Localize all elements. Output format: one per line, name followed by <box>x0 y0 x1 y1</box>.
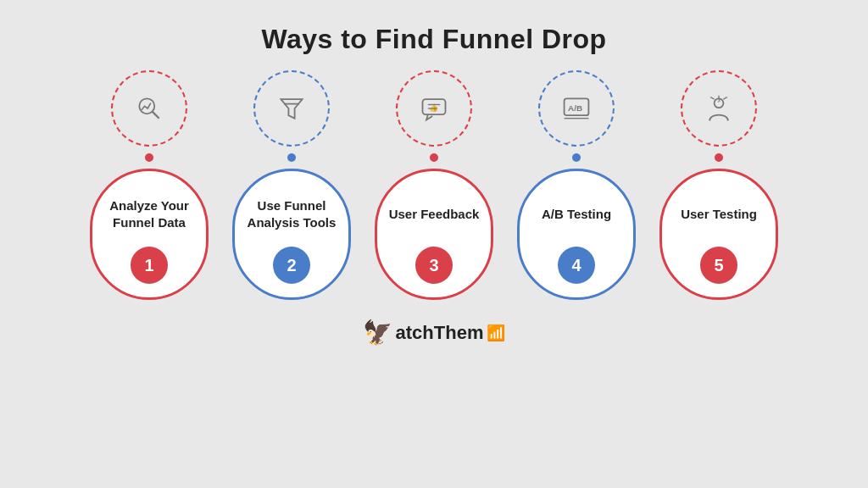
svg-text:👍: 👍 <box>429 103 439 113</box>
icon-inner-1 <box>120 80 178 137</box>
brand-icon: 🦅 <box>363 319 392 347</box>
svg-text:A/B: A/B <box>568 103 582 113</box>
pill-card-1: Analyze Your Funnel Data 1 <box>90 169 209 300</box>
icon-inner-2 <box>263 80 320 137</box>
page-title: Ways to Find Funnel Drop <box>261 24 606 55</box>
items-container: Analyze Your Funnel Data 1 Use Funnel An… <box>0 70 868 300</box>
dot-connector-1 <box>145 153 153 162</box>
svg-line-11 <box>710 97 715 100</box>
dot-connector-4 <box>572 153 581 162</box>
user-test-icon: ✗ <box>704 93 734 124</box>
brand-name: atchThem <box>396 322 484 344</box>
dot-connector-2 <box>287 153 296 162</box>
svg-text:✗: ✗ <box>717 97 721 103</box>
svg-line-12 <box>723 97 727 100</box>
pill-number-2: 2 <box>273 247 310 284</box>
item-col-4: A/B A/B Testing 4 <box>513 70 640 300</box>
pill-card-5: User Testing 5 <box>659 169 778 300</box>
footer: 🦅 atchThem 📶 <box>363 319 506 347</box>
icon-circle-1 <box>111 70 187 147</box>
pill-card-2: Use Funnel Analysis Tools 2 <box>232 169 351 300</box>
icon-circle-5: ✗ <box>681 70 757 147</box>
pill-card-3: User Feedback 3 <box>375 169 493 300</box>
pill-label-1: Analyze Your Funnel Data <box>101 188 198 240</box>
svg-line-1 <box>153 112 159 119</box>
icon-inner-5: ✗ <box>690 80 748 137</box>
item-col-3: 👍 User Feedback 3 <box>370 70 498 300</box>
pill-label-3: User Feedback <box>389 188 480 240</box>
funnel-icon <box>276 93 307 124</box>
ab-test-icon: A/B <box>561 93 592 124</box>
item-col-2: Use Funnel Analysis Tools 2 <box>228 70 355 300</box>
dot-connector-5 <box>715 153 723 162</box>
icon-inner-4: A/B <box>548 80 605 137</box>
search-analytics-icon <box>134 93 164 124</box>
item-col-1: Analyze Your Funnel Data 1 <box>86 70 213 300</box>
feedback-icon: 👍 <box>419 93 449 124</box>
pill-label-4: A/B Testing <box>542 188 611 240</box>
pill-number-1: 1 <box>131 247 168 284</box>
icon-inner-3: 👍 <box>405 80 463 137</box>
pill-number-5: 5 <box>700 247 737 284</box>
pill-label-2: Use Funnel Analysis Tools <box>243 188 340 240</box>
icon-circle-2 <box>253 70 330 147</box>
pill-label-5: User Testing <box>681 188 757 240</box>
icon-circle-3: 👍 <box>396 70 472 147</box>
item-col-5: ✗ User Testing 5 <box>655 70 782 300</box>
pill-number-4: 4 <box>558 247 595 284</box>
icon-circle-4: A/B <box>538 70 615 147</box>
wifi-icon: 📶 <box>487 324 505 342</box>
pill-number-3: 3 <box>415 247 453 284</box>
dot-connector-3 <box>430 153 438 162</box>
brand-logo: 🦅 atchThem 📶 <box>363 319 506 347</box>
pill-card-4: A/B Testing 4 <box>517 169 636 300</box>
